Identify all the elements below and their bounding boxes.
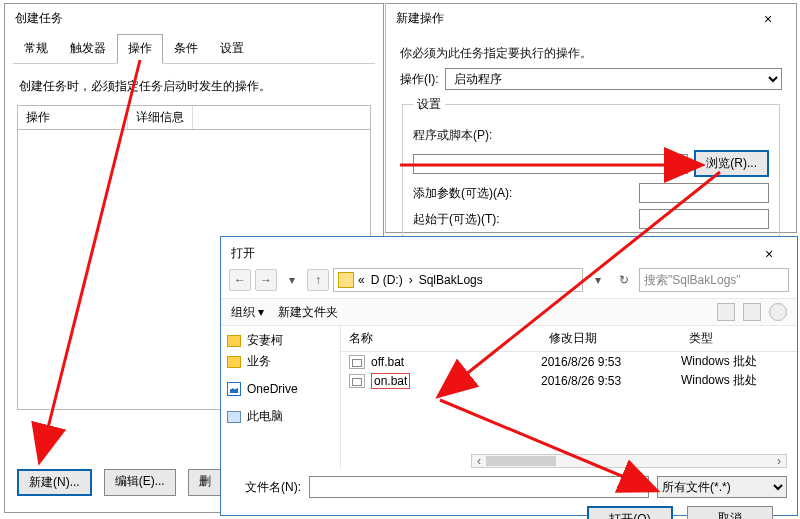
onedrive-icon: [227, 382, 241, 396]
tree-label: 业务: [247, 353, 271, 370]
tree-item[interactable]: OneDrive: [227, 380, 334, 398]
tab-triggers[interactable]: 触发器: [59, 34, 117, 64]
filename-label: 文件名(N):: [231, 479, 301, 496]
crumb-overflow[interactable]: «: [356, 273, 367, 287]
tab-settings[interactable]: 设置: [209, 34, 255, 64]
preview-icon[interactable]: [743, 303, 761, 321]
new-action-titlebar: 新建操作 ×: [386, 4, 796, 33]
startin-label: 起始于(可选)(T):: [413, 211, 633, 228]
new-action-title: 新建操作: [396, 10, 444, 27]
settings-legend: 设置: [413, 96, 445, 113]
file-row[interactable]: on.bat 2016/8/26 9:53 Windows 批处: [341, 371, 797, 390]
search-placeholder: 搜索"SqlBakLogs": [644, 272, 741, 289]
edit-action-button[interactable]: 编辑(E)...: [104, 469, 176, 496]
organize-menu[interactable]: 组织 ▾: [231, 304, 264, 321]
refresh-icon[interactable]: ↻: [613, 269, 635, 291]
breadcrumb[interactable]: « D (D:) › SqlBakLogs: [333, 268, 583, 292]
tab-actions[interactable]: 操作: [117, 34, 163, 64]
file-type: Windows 批处: [681, 372, 797, 389]
new-folder-button[interactable]: 新建文件夹: [278, 304, 338, 321]
open-titlebar: 打开 ×: [221, 237, 797, 266]
scroll-right-icon[interactable]: ›: [772, 454, 786, 468]
folder-icon: [338, 272, 354, 288]
settings-group: 设置 程序或脚本(P): 浏览(R)... 添加参数(可选)(A): 起始于(可…: [402, 96, 780, 240]
nav-up-icon[interactable]: ↑: [307, 269, 329, 291]
view-icon[interactable]: [717, 303, 735, 321]
file-list-header: 名称 修改日期 类型: [341, 326, 797, 352]
scroll-left-icon[interactable]: ‹: [472, 454, 486, 468]
crumb-drive[interactable]: D (D:): [369, 273, 405, 287]
tree-label: 此电脑: [247, 408, 283, 425]
tree-label: OneDrive: [247, 382, 298, 396]
filename-row: 文件名(N): 所有文件(*.*): [221, 468, 797, 506]
program-label: 程序或脚本(P):: [413, 127, 769, 144]
args-input[interactable]: [639, 183, 769, 203]
open-buttons: 打开(O) 取消: [221, 506, 797, 519]
file-row[interactable]: off.bat 2016/8/26 9:53 Windows 批处: [341, 352, 797, 371]
nav-back-icon[interactable]: ←: [229, 269, 251, 291]
scroll-thumb[interactable]: [486, 456, 556, 466]
new-action-button[interactable]: 新建(N)...: [17, 469, 92, 496]
startin-input[interactable]: [639, 209, 769, 229]
actions-desc: 创建任务时，必须指定任务启动时发生的操作。: [5, 64, 383, 105]
open-toolbar: 组织 ▾ 新建文件夹: [221, 298, 797, 326]
file-date: 2016/8/26 9:53: [541, 374, 681, 388]
crumb-sep: ›: [407, 273, 415, 287]
create-task-tabs: 常规 触发器 操作 条件 设置: [13, 33, 375, 64]
tree-item[interactable]: 安妻柯: [227, 330, 334, 351]
pc-icon: [227, 411, 241, 423]
chevron-down-icon[interactable]: ▾: [281, 269, 303, 291]
actions-buttons: 新建(N)... 编辑(E)... 删: [17, 469, 222, 496]
tree-item[interactable]: 业务: [227, 351, 334, 372]
tab-general[interactable]: 常规: [13, 34, 59, 64]
bat-file-icon: [349, 355, 365, 369]
crumb-folder[interactable]: SqlBakLogs: [417, 273, 485, 287]
open-dialog: 打开 × ← → ▾ ↑ « D (D:) › SqlBakLogs ▾ ↻ 搜…: [220, 236, 798, 516]
filename-input[interactable]: [309, 476, 649, 498]
cancel-button[interactable]: 取消: [687, 506, 773, 519]
hdr-date[interactable]: 修改日期: [541, 326, 681, 351]
address-bar: ← → ▾ ↑ « D (D:) › SqlBakLogs ▾ ↻ 搜索"Sql…: [221, 266, 797, 298]
file-name: on.bat: [371, 373, 410, 389]
delete-action-button[interactable]: 删: [188, 469, 222, 496]
hdr-type[interactable]: 类型: [681, 326, 797, 351]
close-icon[interactable]: ×: [750, 11, 786, 27]
nav-forward-icon[interactable]: →: [255, 269, 277, 291]
new-action-window: 新建操作 × 你必须为此任务指定要执行的操作。 操作(I): 启动程序 设置 程…: [385, 3, 797, 233]
folder-icon: [227, 335, 241, 347]
tree-label: 安妻柯: [247, 332, 283, 349]
program-input[interactable]: [413, 154, 688, 174]
col-detail: 详细信息: [128, 106, 193, 129]
col-action: 操作: [18, 106, 128, 129]
hdr-name[interactable]: 名称: [341, 326, 541, 351]
open-main: 安妻柯 业务 OneDrive 此电脑 名称 修改日期 类型 off.bat 2…: [221, 326, 797, 468]
tree-item[interactable]: 此电脑: [227, 406, 334, 427]
actions-list-header: 操作 详细信息: [17, 105, 371, 130]
help-icon[interactable]: [769, 303, 787, 321]
folder-icon: [227, 356, 241, 368]
args-label: 添加参数(可选)(A):: [413, 185, 633, 202]
chevron-down-icon[interactable]: ▾: [587, 269, 609, 291]
file-list[interactable]: 名称 修改日期 类型 off.bat 2016/8/26 9:53 Window…: [341, 326, 797, 468]
open-title: 打开: [231, 245, 255, 262]
horizontal-scrollbar[interactable]: ‹ ›: [471, 454, 787, 468]
close-icon[interactable]: ×: [751, 246, 787, 262]
create-task-titlebar: 创建任务: [5, 4, 383, 33]
tab-conditions[interactable]: 条件: [163, 34, 209, 64]
file-name: off.bat: [371, 355, 404, 369]
filter-select[interactable]: 所有文件(*.*): [657, 476, 787, 498]
new-action-desc: 你必须为此任务指定要执行的操作。: [400, 45, 782, 62]
nav-tree[interactable]: 安妻柯 业务 OneDrive 此电脑: [221, 326, 341, 468]
action-select[interactable]: 启动程序: [445, 68, 782, 90]
browse-button[interactable]: 浏览(R)...: [694, 150, 769, 177]
search-input[interactable]: 搜索"SqlBakLogs": [639, 268, 789, 292]
create-task-title: 创建任务: [15, 10, 63, 27]
file-date: 2016/8/26 9:53: [541, 355, 681, 369]
bat-file-icon: [349, 374, 365, 388]
file-type: Windows 批处: [681, 353, 797, 370]
action-label: 操作(I):: [400, 71, 439, 88]
open-button[interactable]: 打开(O): [587, 506, 673, 519]
